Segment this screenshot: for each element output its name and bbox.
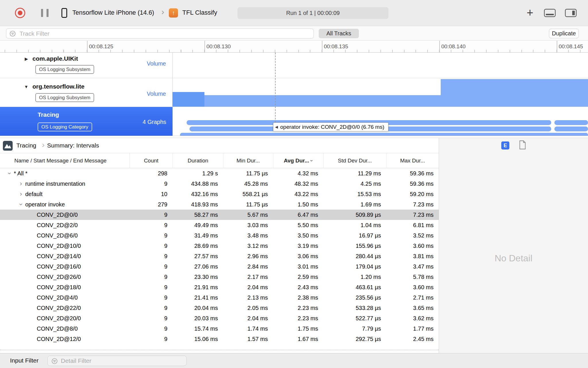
cell-name: CONV_2D@22/0 bbox=[0, 303, 129, 313]
cell-stddev: 15.53 ms bbox=[323, 189, 386, 199]
cell-count: 9 bbox=[129, 179, 173, 189]
table-row[interactable]: ›operator invoke 279 418.93 ms 11.75 µs … bbox=[0, 199, 439, 210]
cell-avg: 4.32 ms bbox=[273, 168, 323, 179]
cell-max: 3.60 ms bbox=[386, 282, 439, 292]
row-name: operator invoke bbox=[25, 201, 65, 208]
cell-count: 298 bbox=[129, 168, 173, 179]
table-row[interactable]: CONV_2D@18/0 9 21.91 ms 2.04 ms 2.43 ms … bbox=[0, 282, 439, 292]
column-header-max[interactable]: Max Dur... bbox=[386, 153, 439, 168]
column-header-stddev[interactable]: Std Dev Dur... bbox=[323, 153, 386, 168]
column-header-duration[interactable]: Duration bbox=[173, 153, 223, 168]
table-row[interactable]: ›default 10 432.16 ms 558.21 µs 43.22 ms… bbox=[0, 189, 439, 199]
cell-max: 3.81 ms bbox=[386, 251, 439, 261]
cell-min: 2.96 ms bbox=[223, 251, 273, 261]
tfl-app-icon: ↑ bbox=[169, 8, 178, 18]
track-row-uikit[interactable]: ▶ com.apple.UIKit OS Logging Subsystem V… bbox=[0, 53, 588, 78]
cell-count: 10 bbox=[129, 189, 173, 199]
cell-duration: 23.30 ms bbox=[173, 272, 223, 282]
cell-duration: 58.27 ms bbox=[173, 210, 223, 220]
column-header-name[interactable]: Name / Start Message / End Message bbox=[0, 153, 129, 168]
cell-stddev: 522.77 µs bbox=[323, 313, 386, 323]
disclosure-chevron-icon[interactable]: › bbox=[17, 189, 25, 199]
cell-name: CONV_2D@16/0 bbox=[0, 261, 129, 272]
cell-name: CONV_2D@18/0 bbox=[0, 282, 129, 292]
disclosure-triangle-icon[interactable]: ▶ bbox=[25, 56, 28, 62]
cell-duration: 27.57 ms bbox=[173, 251, 223, 261]
duplicate-button[interactable]: Duplicate bbox=[549, 29, 579, 38]
disclosure-chevron-icon[interactable]: › bbox=[17, 179, 25, 189]
table-row[interactable]: CONV_2D@20/0 9 20.03 ms 2.04 ms 2.23 ms … bbox=[0, 313, 439, 323]
pause-button[interactable] bbox=[41, 9, 49, 17]
cell-count: 9 bbox=[129, 230, 173, 241]
table-row[interactable]: CONV_2D@8/0 9 15.74 ms 1.74 ms 1.75 ms 7… bbox=[0, 323, 439, 334]
table-row[interactable]: CONV_2D@16/0 9 27.06 ms 2.84 ms 3.01 ms … bbox=[0, 261, 439, 272]
cell-name: CONV_2D@0/0 bbox=[0, 210, 129, 220]
pause-bar-icon bbox=[47, 9, 49, 17]
filter-icon bbox=[9, 30, 16, 38]
table-row[interactable]: CONV_2D@10/0 9 28.69 ms 3.12 ms 3.19 ms … bbox=[0, 241, 439, 251]
cell-count: 9 bbox=[129, 220, 173, 230]
column-header-avg[interactable]: Avg Dur...› bbox=[273, 153, 323, 168]
disclosure-chevron-icon[interactable]: › bbox=[4, 169, 15, 178]
cell-avg: 43.22 ms bbox=[273, 189, 323, 199]
table-row[interactable]: ›runtime instrumentation 9 434.88 ms 45.… bbox=[0, 179, 439, 189]
row-name: CONV_2D@0/0 bbox=[37, 212, 78, 218]
input-filter-label: Input Filter bbox=[10, 357, 38, 364]
column-header-count[interactable]: Count bbox=[129, 153, 173, 168]
breadcrumb-tracing[interactable]: Tracing bbox=[16, 142, 36, 149]
column-header-min[interactable]: Min Dur... bbox=[223, 153, 273, 168]
table-row[interactable]: CONV_2D@6/0 9 31.49 ms 3.48 ms 3.50 ms 1… bbox=[0, 230, 439, 241]
no-detail-text: No Detail bbox=[439, 253, 588, 264]
track-meta[interactable]: Volume bbox=[147, 91, 166, 97]
table-row[interactable]: CONV_2D@14/0 9 27.57 ms 2.96 ms 3.06 ms … bbox=[0, 251, 439, 261]
cell-count: 9 bbox=[129, 313, 173, 323]
toggle-right-pane-button[interactable] bbox=[564, 8, 577, 19]
row-name: CONV_2D@8/0 bbox=[37, 325, 78, 332]
timeline-ruler[interactable]: 00:08.125 00:08.130 00:08.135 00:08.140 … bbox=[0, 41, 588, 53]
track-meta[interactable]: Volume bbox=[147, 60, 166, 67]
track-badge: OS Logging Subsystem bbox=[35, 65, 94, 74]
device-selector[interactable]: Tensorflow Lite iPhone (14.6) bbox=[72, 9, 154, 16]
table-row[interactable]: CONV_2D@22/0 9 20.04 ms 2.05 ms 2.23 ms … bbox=[0, 303, 439, 313]
cell-max: 59.36 ms bbox=[386, 179, 439, 189]
volume-segment bbox=[173, 92, 204, 107]
track-badge: OS Logging Category bbox=[38, 122, 92, 131]
cell-min: 3.48 ms bbox=[223, 230, 273, 241]
table-row[interactable]: CONV_2D@26/0 9 23.30 ms 2.17 ms 2.59 ms … bbox=[0, 272, 439, 282]
app-selector[interactable]: TFL Classify bbox=[182, 9, 217, 16]
cell-duration: 434.88 ms bbox=[173, 179, 223, 189]
playhead-line[interactable] bbox=[275, 53, 276, 131]
table-row[interactable]: CONV_2D@12/0 9 15.06 ms 1.57 ms 1.67 ms … bbox=[0, 334, 439, 344]
track-row-tracing[interactable]: Tracing OS Logging Category 4 Graphs bbox=[0, 107, 588, 136]
document-icon[interactable] bbox=[519, 140, 526, 151]
cell-min: 11.75 µs bbox=[223, 199, 273, 210]
table-row[interactable]: ›* All * 298 1.29 s 11.75 µs 4.32 ms 11.… bbox=[0, 168, 439, 179]
cell-min: 11.75 µs bbox=[223, 168, 273, 179]
detail-filter-input[interactable] bbox=[47, 356, 187, 366]
extended-detail-button[interactable]: E bbox=[501, 141, 509, 150]
track-meta[interactable]: 4 Graphs bbox=[143, 119, 166, 125]
cell-avg: 3.50 ms bbox=[273, 230, 323, 241]
cell-duration: 21.41 ms bbox=[173, 292, 223, 303]
record-button[interactable] bbox=[15, 8, 25, 18]
track-filter-input[interactable] bbox=[6, 28, 314, 39]
track-row-tensorflow[interactable]: ▼ org.tensorflow.lite OS Logging Subsyst… bbox=[0, 78, 588, 107]
cell-avg: 3.06 ms bbox=[273, 251, 323, 261]
cell-avg: 5.50 ms bbox=[273, 220, 323, 230]
breadcrumb-summary[interactable]: Summary: Intervals bbox=[47, 142, 99, 149]
all-tracks-button[interactable]: All Tracks bbox=[319, 29, 359, 38]
row-name: CONV_2D@20/0 bbox=[37, 315, 81, 321]
disclosure-triangle-icon[interactable]: ▼ bbox=[24, 84, 28, 89]
cell-duration: 21.91 ms bbox=[173, 282, 223, 292]
cell-min: 2.05 ms bbox=[223, 303, 273, 313]
cell-stddev: 11.29 ms bbox=[323, 168, 386, 179]
cell-name: CONV_2D@26/0 bbox=[0, 272, 129, 282]
add-instrument-button[interactable]: + bbox=[524, 6, 536, 20]
toggle-bottom-pane-button[interactable] bbox=[543, 8, 556, 19]
cell-max: 3.60 ms bbox=[386, 241, 439, 251]
table-row[interactable]: CONV_2D@4/0 9 21.41 ms 2.13 ms 2.38 ms 2… bbox=[0, 292, 439, 303]
table-row[interactable]: CONV_2D@2/0 9 49.49 ms 3.03 ms 5.50 ms 1… bbox=[0, 220, 439, 230]
table-row[interactable]: CONV_2D@0/0 9 58.27 ms 5.67 ms 6.47 ms 5… bbox=[0, 210, 439, 220]
cell-min: 2.04 ms bbox=[223, 313, 273, 323]
disclosure-chevron-icon[interactable]: › bbox=[16, 200, 26, 209]
